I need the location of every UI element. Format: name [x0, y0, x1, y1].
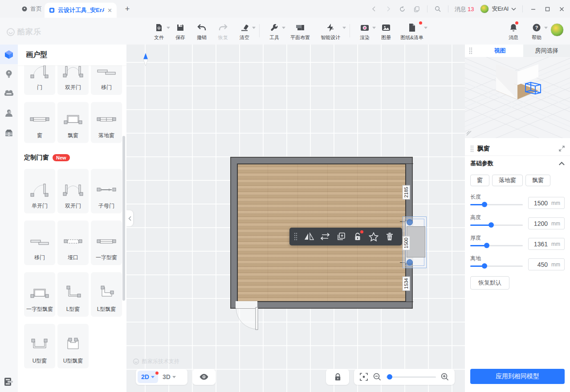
- toolbar-help-button[interactable]: ? 帮助: [527, 21, 546, 41]
- toolbar-render-button[interactable]: 渲染: [355, 21, 374, 41]
- item-custom-sliding-door[interactable]: 移门: [24, 220, 55, 265]
- straight-bay-window-icon: [29, 286, 50, 302]
- item-u-bay-window[interactable]: U型飘窗: [57, 324, 89, 368]
- item-l-window[interactable]: L型窗: [57, 272, 89, 317]
- drag-handle-icon[interactable]: [470, 145, 474, 152]
- search-icon[interactable]: [434, 5, 442, 13]
- resize-handle-top[interactable]: [407, 219, 413, 225]
- toolbar-save-button[interactable]: 保存: [171, 21, 190, 41]
- avatar[interactable]: [550, 23, 564, 37]
- type-window-button[interactable]: 窗: [470, 175, 489, 186]
- rail-floorplan-item[interactable]: [0, 45, 18, 64]
- lock-icon[interactable]: [350, 228, 366, 245]
- item-custom-double-door[interactable]: 双开门: [57, 169, 89, 213]
- titlebar-messages[interactable]: 消息13: [455, 5, 474, 13]
- tab-home[interactable]: 首页: [18, 0, 45, 18]
- fit-view-icon[interactable]: [359, 372, 368, 381]
- toolbar-clear-button[interactable]: 清空: [235, 21, 254, 41]
- height-input[interactable]: 1200mm: [528, 217, 565, 229]
- length-slider[interactable]: [470, 204, 523, 205]
- swap-icon[interactable]: [317, 228, 333, 245]
- nav-back-icon[interactable]: [370, 5, 378, 13]
- refresh-icon[interactable]: [399, 5, 407, 13]
- delete-trash-icon[interactable]: [382, 228, 398, 245]
- toolbar-redo-button[interactable]: 恢复: [214, 21, 232, 41]
- toolbar-undo-button[interactable]: 撤销: [192, 21, 211, 41]
- item-double-door[interactable]: 双开门: [57, 65, 89, 95]
- maximize-icon[interactable]: [543, 5, 551, 13]
- tab-close-icon[interactable]: ✕: [107, 7, 112, 14]
- drag-handle-icon[interactable]: [465, 45, 476, 57]
- toolbar-drawings-list-button[interactable]: 图纸&清单: [398, 21, 426, 41]
- 3d-preview[interactable]: [465, 57, 570, 138]
- toolbar-floorplan-button[interactable]: 平面布置: [286, 21, 314, 41]
- elevation-slider[interactable]: [470, 265, 523, 267]
- minimize-icon[interactable]: [529, 5, 537, 13]
- reset-default-button[interactable]: 恢复默认: [470, 276, 509, 290]
- slider-knob[interactable]: [482, 263, 487, 269]
- item-mother-son-door[interactable]: 子母门: [91, 169, 122, 213]
- canvas-lock-button[interactable]: [326, 369, 349, 385]
- mode-3d-button[interactable]: 3D: [159, 371, 179, 383]
- tab-view[interactable]: 视图: [476, 45, 523, 57]
- drag-handle-icon[interactable]: [294, 233, 297, 241]
- tab-room-select[interactable]: 房间选择: [523, 45, 570, 57]
- zoom-out-icon[interactable]: [373, 372, 382, 381]
- type-floor-window-button[interactable]: 落地窗: [492, 175, 523, 186]
- toolbar-smart-design-button[interactable]: 智能设计: [317, 21, 344, 41]
- rail-furniture-item[interactable]: [0, 84, 18, 103]
- close-icon[interactable]: [558, 5, 566, 13]
- thickness-input[interactable]: 1361mm: [528, 238, 565, 250]
- favorite-star-icon[interactable]: [366, 228, 382, 245]
- mirror-icon[interactable]: [301, 228, 317, 245]
- apply-to-same-models-button[interactable]: 应用到相同模型: [470, 369, 565, 384]
- resize-handle-bottom[interactable]: [407, 259, 413, 265]
- slider-knob[interactable]: [489, 222, 494, 228]
- user-menu[interactable]: 安ErAl: [480, 4, 516, 13]
- double-door-icon: [62, 65, 84, 80]
- toolbar-gallery-button[interactable]: 图册: [377, 21, 395, 41]
- visibility-button[interactable]: [192, 369, 216, 385]
- length-input[interactable]: 1500mm: [528, 197, 565, 209]
- basic-params-section[interactable]: 基础参数: [470, 159, 565, 167]
- canvas[interactable]: 2185 1500 1534: [126, 45, 465, 392]
- thickness-slider[interactable]: [470, 245, 523, 246]
- rail-personal-item[interactable]: [0, 103, 18, 123]
- item-custom-single-door[interactable]: 单开门: [24, 169, 55, 213]
- toolbar-file-button[interactable]: 文件: [150, 21, 168, 41]
- item-window[interactable]: 窗: [24, 102, 55, 143]
- mode-2d-button[interactable]: 2D: [138, 371, 158, 383]
- duplicate-page-icon[interactable]: [413, 5, 421, 13]
- slider-knob[interactable]: [484, 243, 489, 248]
- rail-storage-item[interactable]: [0, 123, 18, 143]
- door-swing[interactable]: [233, 305, 261, 332]
- item-floor-window[interactable]: 落地窗: [91, 102, 122, 143]
- expand-icon[interactable]: [559, 146, 565, 151]
- item-u-window[interactable]: U型窗: [24, 324, 55, 368]
- rail-lighting-item[interactable]: [0, 64, 18, 84]
- new-tab-button[interactable]: +: [122, 4, 133, 14]
- item-l-bay-window[interactable]: L型飘窗: [91, 272, 122, 317]
- item-sliding-door[interactable]: 移门: [91, 65, 122, 95]
- item-doorway[interactable]: 垭口: [57, 220, 89, 265]
- tab-document[interactable]: 云设计工具_安ErAl ✕: [45, 3, 117, 18]
- toolbar-messages-button[interactable]: 消息: [504, 21, 523, 41]
- zoom-slider-knob[interactable]: [387, 374, 392, 380]
- panel-scrollbar[interactable]: [122, 136, 125, 301]
- height-slider[interactable]: [470, 225, 523, 226]
- toolbar-tools-button[interactable]: 工具: [265, 21, 284, 41]
- zoom-slider[interactable]: [386, 376, 436, 378]
- item-straight-bay-window[interactable]: 一字型飘窗: [24, 272, 55, 317]
- elevation-input[interactable]: 450mm: [528, 258, 565, 270]
- panel-collapse-button[interactable]: [126, 210, 133, 226]
- rail-panel-toggle[interactable]: [0, 376, 18, 388]
- item-door[interactable]: 门: [24, 65, 55, 95]
- preview-resize-handle[interactable]: [466, 131, 472, 136]
- type-bay-window-button[interactable]: 飘窗: [525, 175, 550, 186]
- item-bay-window[interactable]: 飘窗: [57, 102, 89, 143]
- slider-knob[interactable]: [482, 202, 487, 207]
- zoom-in-icon[interactable]: [440, 372, 449, 381]
- nav-forward-icon[interactable]: [384, 5, 392, 13]
- item-straight-window[interactable]: 一字型窗: [91, 220, 122, 265]
- duplicate-icon[interactable]: [333, 228, 349, 245]
